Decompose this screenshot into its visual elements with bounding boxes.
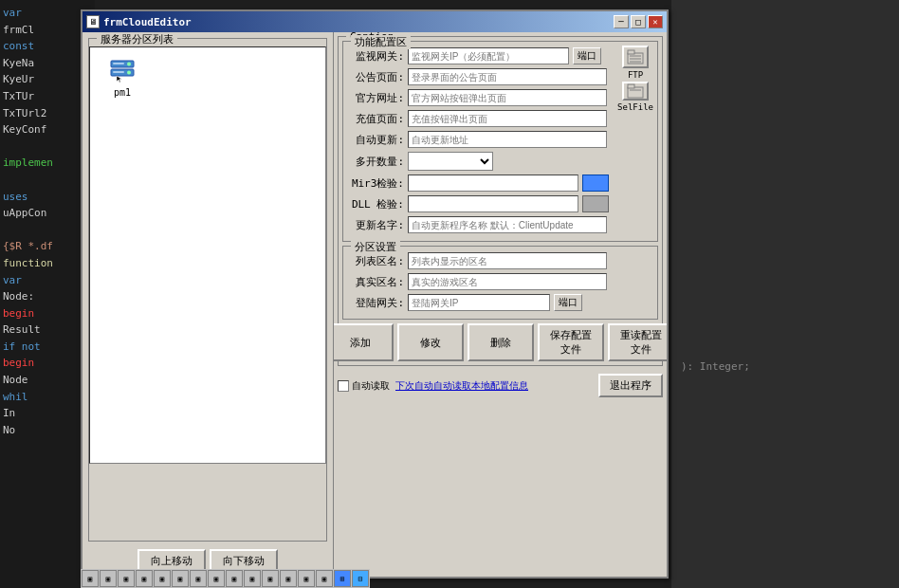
taskbar-icon-12[interactable]: ▣ — [280, 570, 297, 587]
server-list[interactable]: pm1 — [89, 46, 326, 464]
taskbar-icon-16[interactable]: ⊟ — [352, 570, 369, 587]
real-zone-name-label: 真实区名: — [347, 275, 404, 289]
dll-verify-button[interactable] — [582, 195, 609, 212]
title-bar: 🖥 frmCloudEditor ─ □ ✕ — [83, 11, 667, 32]
code-line — [3, 222, 92, 239]
pm1-label: pm1 — [114, 87, 131, 98]
code-line: KyeNa — [3, 55, 92, 72]
maximize-button[interactable]: □ — [631, 15, 646, 28]
minimize-button[interactable]: ─ — [614, 15, 629, 28]
close-button[interactable]: ✕ — [648, 15, 663, 28]
monitor-port-button[interactable]: 端口 — [573, 47, 601, 64]
reload-config-button[interactable]: 重读配置文件 — [608, 323, 668, 361]
pm1-icon — [107, 55, 138, 85]
list-zone-name-input[interactable] — [408, 252, 607, 269]
self-file-button[interactable] — [622, 82, 649, 101]
func-config-group: 功能配置区 FTP — [342, 41, 658, 242]
recharge-page-label: 充值页面: — [347, 112, 404, 126]
notice-page-input[interactable] — [408, 68, 607, 85]
exit-button[interactable]: 退出程序 — [598, 374, 663, 397]
taskbar-icon-2[interactable]: ▣ — [100, 570, 117, 587]
mir3-verify-label: Mir3检验: — [347, 176, 404, 191]
server-list-group: 服务器分区列表 — [88, 38, 327, 542]
taskbar-icon-10[interactable]: ▣ — [244, 570, 261, 587]
login-gateway-input[interactable] — [408, 294, 550, 311]
save-config-button[interactable]: 保存配置文件 — [538, 323, 604, 361]
taskbar-icon-11[interactable]: ▣ — [262, 570, 279, 587]
auto-fetch-label: 自动读取 — [352, 379, 390, 393]
code-line — [3, 172, 92, 189]
code-line: const — [3, 38, 92, 55]
ftp-file-button[interactable] — [622, 46, 649, 68]
recharge-page-input[interactable] — [408, 110, 607, 127]
notice-page-label: 公告页面: — [347, 70, 404, 84]
login-gateway-label: 登陆网关: — [347, 296, 404, 310]
taskbar-icon-3[interactable]: ▣ — [118, 570, 135, 587]
taskbar-icon-6[interactable]: ▣ — [172, 570, 189, 587]
official-url-input[interactable] — [408, 89, 607, 106]
code-line: function — [3, 255, 92, 272]
auto-fetch-check[interactable]: 自动读取 — [338, 379, 390, 393]
taskbar-icon-9[interactable]: ▣ — [226, 570, 243, 587]
taskbar-icon-7[interactable]: ▣ — [190, 570, 207, 587]
svg-rect-5 — [113, 71, 124, 73]
caption-group: Caption 功能配置区 — [338, 36, 663, 366]
update-name-row: 更新名字: — [347, 216, 653, 233]
code-line: var — [3, 5, 92, 22]
taskbar-icon-8[interactable]: ▣ — [208, 570, 225, 587]
official-url-label: 官方网址: — [347, 91, 404, 105]
taskbar-icon-4[interactable]: ▣ — [136, 570, 153, 587]
ftp-label: FTP — [628, 70, 643, 80]
official-url-row: 官方网址: — [347, 89, 653, 106]
dll-verify-label: DLL 检验: — [347, 197, 404, 211]
dll-verify-row: DLL 检验: — [347, 195, 653, 212]
multi-count-select[interactable] — [408, 152, 493, 171]
taskbar-icon-15[interactable]: ⊞ — [334, 570, 351, 587]
auto-fetch-link[interactable]: 下次自动自动读取本地配置信息 — [395, 379, 528, 393]
list-zone-name-label: 列表区名: — [347, 254, 404, 268]
mir3-verify-button[interactable] — [582, 175, 609, 192]
code-line — [3, 138, 92, 156]
real-zone-name-input[interactable] — [408, 273, 607, 290]
delete-button[interactable]: 删除 — [468, 323, 534, 361]
main-content: 服务器分区列表 — [83, 32, 667, 577]
code-line: TxTUr — [3, 88, 92, 105]
auto-update-label: 自动更新: — [347, 133, 404, 147]
mir3-verify-row: Mir3检验: — [347, 175, 653, 192]
modify-button[interactable]: 修改 — [397, 323, 464, 361]
code-line: uAppCon — [3, 205, 92, 222]
self-file-label: SelFile — [617, 102, 653, 112]
taskbar-icon-1[interactable]: ▣ — [82, 570, 99, 587]
server-list-title: 服务器分区列表 — [97, 32, 177, 46]
auto-update-input[interactable] — [408, 131, 607, 148]
auto-update-row: 自动更新: — [347, 131, 653, 148]
dll-verify-input[interactable] — [408, 195, 578, 212]
svg-rect-12 — [628, 84, 634, 88]
code-line: KyeUr — [3, 71, 92, 88]
left-panel: 服务器分区列表 — [83, 32, 334, 577]
auto-fetch-checkbox[interactable] — [338, 380, 349, 392]
taskbar-icon-13[interactable]: ▣ — [298, 570, 315, 587]
login-gateway-row: 登陆网关: 端口 — [347, 294, 653, 311]
monitor-gateway-input[interactable] — [408, 47, 569, 64]
code-line: implemen — [3, 155, 92, 172]
main-dialog: 🖥 frmCloudEditor ─ □ ✕ 服务器分区列表 — [81, 9, 669, 579]
add-button[interactable]: 添加 — [334, 323, 394, 361]
func-config-title: 功能配置区 — [351, 35, 411, 49]
taskbar-icon-5[interactable]: ▣ — [154, 570, 171, 587]
code-line: Result — [3, 322, 92, 339]
svg-rect-11 — [628, 87, 643, 98]
recharge-page-row: 充值页面: — [347, 110, 653, 127]
zone-config-group: 分区设置 列表区名: 真实区名: 登陆网关: — [342, 246, 658, 320]
login-port-button[interactable]: 端口 — [554, 294, 582, 311]
code-line: KeyConf — [3, 121, 92, 138]
svg-point-3 — [127, 71, 131, 75]
code-line: whil — [3, 389, 92, 406]
list-item[interactable]: pm1 — [94, 51, 151, 101]
real-zone-name-row: 真实区名: — [347, 273, 653, 290]
update-name-input[interactable] — [408, 216, 607, 233]
code-line: {$R *.df — [3, 238, 92, 255]
mir3-verify-input[interactable] — [408, 175, 578, 192]
taskbar-icon-14[interactable]: ▣ — [316, 570, 333, 587]
monitor-gateway-label: 监视网关: — [347, 49, 404, 64]
